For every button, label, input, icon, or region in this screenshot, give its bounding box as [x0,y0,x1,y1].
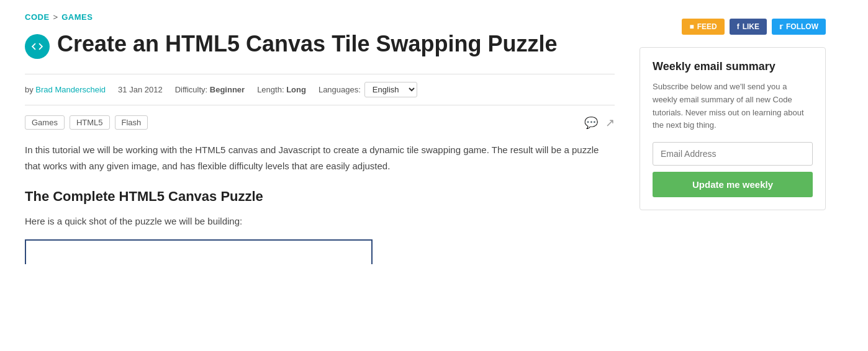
like-button[interactable]: f LIKE [730,19,767,35]
breadcrumb: CODE > GAMES [25,12,615,22]
meta-languages: Languages: English Spanish French German [319,82,417,97]
tags-container: Games HTML5 Flash [25,115,148,130]
social-icons: 💬 ↗ [584,116,615,130]
code-svg-icon [30,40,44,53]
rss-icon: ■ [689,22,694,31]
twitter-icon: 𝕣 [779,22,783,31]
like-label: LIKE [743,22,759,31]
follow-button[interactable]: 𝕣 FOLLOW [772,19,826,35]
languages-label: Languages: [319,85,361,94]
breadcrumb-separator: > [53,12,58,22]
tag-html5[interactable]: HTML5 [70,115,110,130]
code-badge-icon [25,34,50,59]
difficulty-value: Beginner [210,85,245,94]
email-widget-description: Subscribe below and we'll send you a wee… [653,81,813,132]
meta-author: by Brad Manderscheid [25,85,106,94]
email-widget: Weekly email summary Subscribe below and… [640,47,826,210]
sidebar-actions: ■ FEED f LIKE 𝕣 FOLLOW [640,12,826,35]
share-icon[interactable]: ↗ [605,116,615,130]
language-select[interactable]: English Spanish French German [364,82,417,97]
comment-icon[interactable]: 💬 [584,116,598,130]
length-value: Long [286,85,306,94]
follow-label: FOLLOW [786,22,818,31]
tag-flash[interactable]: Flash [115,115,148,130]
email-input[interactable] [653,142,813,166]
meta-length: Length: Long [257,85,306,94]
difficulty-label: Difficulty: [175,85,208,94]
length-label: Length: [257,85,284,94]
email-widget-title: Weekly email summary [653,60,813,73]
author-link[interactable]: Brad Manderscheid [35,85,106,94]
update-weekly-button[interactable]: Update me weekly [653,172,813,197]
article-title: Create an HTML5 Canvas Tile Swapping Puz… [57,30,558,57]
author-prefix: by [25,85,34,94]
meta-date: 31 Jan 2012 [118,85,163,94]
title-area: Create an HTML5 Canvas Tile Swapping Puz… [25,30,615,59]
main-content: CODE > GAMES Create an HTML5 Canvas Tile… [25,12,615,264]
meta-bar: by Brad Manderscheid 31 Jan 2012 Difficu… [25,74,615,105]
puzzle-image-placeholder [25,239,373,264]
tags-row: Games HTML5 Flash 💬 ↗ [25,115,615,130]
breadcrumb-code-link[interactable]: CODE [25,12,50,22]
section-text: Here is a quick shot of the puzzle we wi… [25,213,615,229]
section-heading: The Complete HTML5 Canvas Puzzle [25,189,615,205]
breadcrumb-games-link[interactable]: GAMES [61,12,93,22]
sidebar: ■ FEED f LIKE 𝕣 FOLLOW Weekly email summ… [640,12,826,264]
meta-difficulty: Difficulty: Beginner [175,85,245,94]
facebook-icon: f [737,22,739,31]
feed-label: FEED [697,22,717,31]
article-intro: In this tutorial we will be working with… [25,142,615,174]
feed-button[interactable]: ■ FEED [682,19,724,35]
tag-games[interactable]: Games [25,115,65,130]
